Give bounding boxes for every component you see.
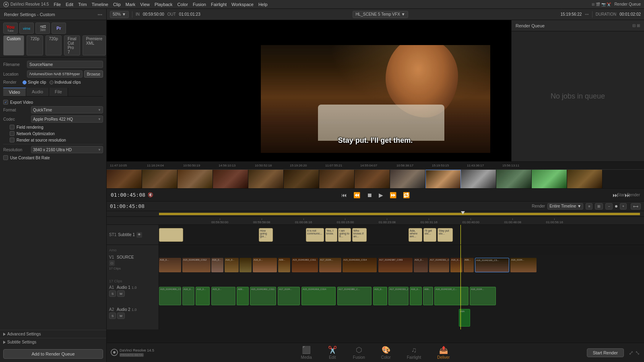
audio1-clip-7[interactable]: A17_0104... — [278, 287, 300, 305]
fast-fwd-btn[interactable]: ⏩ — [388, 191, 398, 199]
custom-tab-custom[interactable]: Custom — [3, 35, 24, 56]
location-input[interactable] — [27, 70, 83, 78]
browse-button[interactable]: Browse — [84, 70, 103, 78]
subtitle-clip-4[interactable]: Yes, I know. — [325, 228, 337, 242]
menu-edit[interactable]: Edit — [66, 2, 73, 7]
menu-file[interactable]: File — [54, 2, 61, 7]
skip-start-btn[interactable]: ⏮ — [340, 191, 349, 199]
menu-fusion[interactable]: Fusion — [193, 2, 206, 7]
audio1-clip-4[interactable]: A15_0... — [211, 287, 235, 305]
video-clip-8[interactable]: A15_01041902_C011 — [292, 258, 318, 272]
time-display-menu[interactable]: ••• — [585, 12, 588, 16]
window-zoom-icon[interactable]: ⤡ — [635, 350, 640, 356]
video-tab[interactable]: Video — [3, 88, 26, 96]
audio1-clip-13[interactable]: A09... — [423, 287, 433, 305]
step-back-btn[interactable]: ⏪ — [352, 191, 362, 199]
render-queue-link[interactable]: Render Queue — [614, 2, 641, 6]
filmstrip-thumb-11[interactable]: DNxHR SQ — [461, 170, 496, 189]
video-clip-15[interactable]: A09... — [464, 258, 474, 272]
audio1-solo[interactable]: S — [109, 290, 116, 297]
export-video-checkbox[interactable]: ✓ — [3, 100, 8, 105]
video-track-lock[interactable]: □ — [109, 260, 115, 266]
audio1-clip-11[interactable]: A17_01042331_C007 — [388, 287, 409, 305]
subtitle-clip-1[interactable] — [159, 228, 183, 242]
clip-name-btn[interactable]: HL_SCENE 5 Temp VFX ▼ — [353, 11, 408, 18]
custom-tab-720p-2[interactable]: 720p — [45, 35, 62, 56]
audio1-clip-6[interactable]: A15_01041902_C011 — [250, 287, 276, 305]
advanced-settings-row[interactable]: Advanced Settings — [0, 330, 106, 338]
filmstrip-thumb-4[interactable]: DNxHR SQ — [213, 170, 248, 189]
filmstrip-thumb-6[interactable]: DNxHR SQ — [284, 170, 319, 189]
add-to-queue-button[interactable]: Add to Render Queue — [3, 349, 103, 359]
custom-tab-720p-1[interactable]: 720p — [27, 35, 43, 56]
individual-clips-option[interactable]: Individual clips — [50, 80, 81, 84]
custom-tab-xml[interactable]: Premiere XML — [83, 35, 106, 56]
filmstrip-thumb-1[interactable]: DNxHR SQ — [107, 170, 142, 189]
filmstrip-thumb-5[interactable]: DNxHR SQ — [248, 170, 284, 189]
menu-mark[interactable]: Mark — [126, 2, 135, 7]
subtitle-settings-row[interactable]: Subtitle Settings — [0, 338, 106, 346]
file-tab[interactable]: File — [49, 88, 68, 96]
nav-media[interactable]: ⬛ Media — [301, 346, 312, 360]
network-opt-checkbox[interactable] — [10, 131, 14, 136]
menu-fairlight[interactable]: Fairlight — [211, 2, 227, 7]
filmstrip-thumb-14[interactable]: DNxHR SQ — [567, 170, 603, 189]
subtitle-track-visibility[interactable]: 👁 — [136, 232, 142, 238]
audio1-clip-12[interactable]: A16_0... — [410, 287, 422, 305]
window-resize-icon[interactable]: ⤢ — [629, 350, 634, 356]
menu-help[interactable]: Help — [258, 2, 268, 7]
filmstrip-thumb-7[interactable]: DNxHR SQ — [319, 170, 355, 189]
audio1-clip-1[interactable]: A15_01041909_C012 — [159, 287, 181, 305]
render-at-source-checkbox[interactable] — [10, 138, 14, 142]
zoom-button[interactable]: 50% ▼ — [110, 11, 129, 18]
audio-tab[interactable]: Audio — [26, 88, 49, 96]
filmstrip-thumb-9[interactable]: DNxHR SQ — [390, 170, 425, 189]
filename-input[interactable] — [27, 61, 103, 68]
video-clip-12[interactable]: A15_0... — [414, 258, 428, 272]
filmstrip-thumb-8[interactable]: DNxHR SQ — [355, 170, 390, 189]
menu-trim[interactable]: Trim — [78, 2, 87, 7]
nav-fairlight[interactable]: ♫ Fairlight — [407, 346, 421, 360]
menu-color[interactable]: Color — [178, 2, 188, 7]
audio1-clip-8[interactable]: A15_01041919_C014 — [301, 287, 336, 305]
subtitle-clip-6[interactable]: Who knows if an... — [352, 228, 367, 242]
custom-tab-fcp7[interactable]: Final Cut Pro 7 — [64, 35, 80, 56]
subtitle-clip-7[interactable]: Ada, where are... — [409, 228, 422, 242]
individual-clips-radio[interactable] — [50, 80, 54, 84]
start-render-button[interactable]: Start Render — [587, 348, 624, 357]
subtitle-clip-9[interactable]: Stay put sto... — [438, 228, 453, 242]
audio2-mute[interactable]: M — [117, 313, 125, 319]
video-clip-1[interactable]: A16_0... — [159, 258, 181, 272]
nav-color[interactable]: 🎨 Color — [381, 346, 391, 360]
single-clip-option[interactable]: Single clip — [23, 80, 46, 84]
stop-btn[interactable]: ⏹ — [365, 191, 374, 199]
menu-clip[interactable]: Clip — [113, 2, 121, 7]
subtitle-clip-8[interactable]: I'll get sto... — [423, 228, 436, 242]
play-btn[interactable]: ▶ — [377, 191, 385, 199]
video-clip-2[interactable]: A15_01041909_C012 — [182, 258, 211, 272]
premiere-preset[interactable]: Pr — [52, 23, 66, 34]
menu-playback[interactable]: Playback — [155, 2, 173, 7]
loop-btn[interactable]: 🔁 — [401, 191, 411, 199]
audio1-clip-2[interactable]: A16_0... — [182, 287, 194, 305]
menu-timeline[interactable]: Timeline — [92, 2, 108, 7]
subtitle-clip-5[interactable]: I am going to tr... — [338, 228, 351, 242]
filmstrip-thumb-3[interactable]: DNxHR SQ — [178, 170, 213, 189]
nav-deliver[interactable]: 📤 Deliver — [437, 346, 450, 360]
filmstrip-thumb-2[interactable]: DNxHR SQ — [142, 170, 178, 189]
field-rendering-checkbox[interactable] — [10, 125, 14, 130]
format-select[interactable]: QuickTime ▼ — [31, 106, 103, 113]
nav-fusion[interactable]: ⬡ Fusion — [353, 346, 365, 360]
render-mode-select[interactable]: Entire Timeline ▼ — [547, 203, 583, 210]
video-clip-13[interactable]: A17_01042331_C007 — [429, 258, 449, 272]
youtube-preset[interactable]: You Tube — [3, 23, 18, 34]
vimeo-preset[interactable]: vimeo — [19, 23, 34, 34]
subtitle-clip-2[interactable]: How going goi... — [259, 228, 273, 242]
video-clip-6[interactable]: A16_0... — [253, 258, 277, 272]
filmstrip-thumb-13[interactable]: DNxHR SQ — [532, 170, 567, 189]
fit-tl-btn[interactable]: ⟷ — [631, 203, 641, 210]
audio1-clip-3[interactable]: A16_0... — [196, 287, 210, 305]
grid-view-btn[interactable]: ⊞ — [595, 203, 603, 210]
menu-workspace[interactable]: Workspace — [231, 2, 254, 7]
video-clip-9[interactable]: A17_0104... — [319, 258, 341, 272]
